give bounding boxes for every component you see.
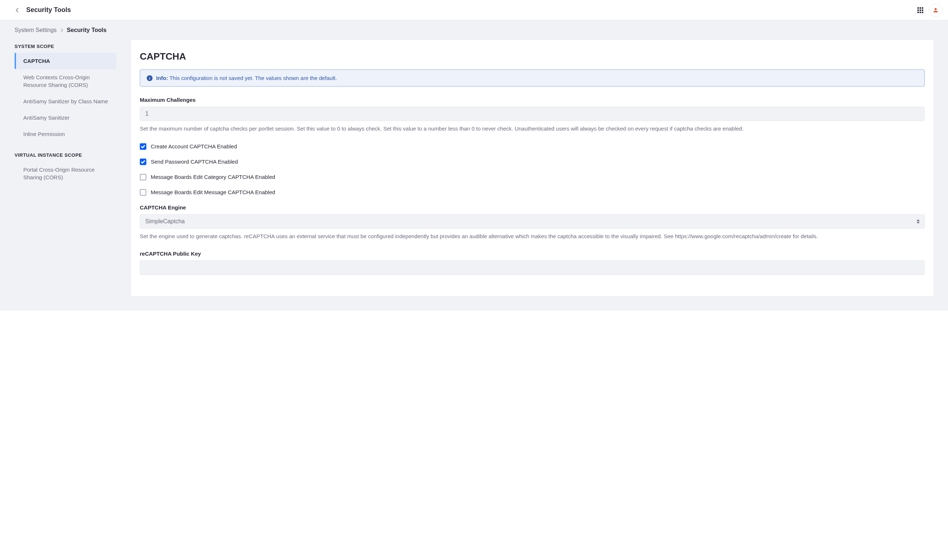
sidebar-group-virtual-instance: VIRTUAL INSTANCE SCOPE Portal Cross-Orig…	[15, 149, 116, 185]
checkbox-icon[interactable]	[140, 158, 146, 165]
checkbox-icon[interactable]	[140, 189, 146, 195]
recaptcha-public-input[interactable]	[140, 260, 925, 275]
checkbox-icon[interactable]	[140, 143, 146, 150]
engine-help: Set the engine used to generate captchas…	[140, 232, 925, 241]
field-recaptcha-public: reCAPTCHA Public Key	[140, 251, 925, 275]
sidebar: SYSTEM SCOPE CAPTCHA Web Contexts Cross-…	[15, 40, 116, 296]
checkbox-label[interactable]: Message Boards Edit Category CAPTCHA Ena…	[151, 174, 275, 180]
apps-grid-icon[interactable]	[917, 7, 923, 13]
alert-label: Info:	[156, 75, 168, 81]
main-title: CAPTCHA	[140, 51, 925, 62]
sidebar-item-antisamy-class[interactable]: AntiSamy Sanitizer by Class Name	[15, 93, 116, 109]
back-icon[interactable]	[15, 8, 20, 13]
sidebar-group-title: SYSTEM SCOPE	[15, 40, 116, 53]
header-right	[917, 4, 942, 17]
content-wrap: SYSTEM SCOPE CAPTCHA Web Contexts Cross-…	[0, 40, 948, 311]
breadcrumb-current: Security Tools	[67, 27, 107, 34]
user-avatar[interactable]	[929, 4, 942, 17]
alert-text: This configuration is not saved yet. The…	[169, 75, 337, 81]
field-max-challenges: Maximum Challenges Set the maximum numbe…	[140, 97, 925, 133]
max-challenges-help: Set the maximum number of captcha checks…	[140, 125, 925, 133]
checkbox-label[interactable]: Message Boards Edit Message CAPTCHA Enab…	[151, 189, 275, 195]
field-captcha-engine: CAPTCHA Engine SimpleCaptcha Set the eng…	[140, 205, 925, 241]
main-panel: CAPTCHA i Info: This configuration is no…	[131, 40, 933, 296]
info-icon: i	[147, 75, 153, 81]
checkbox-icon[interactable]	[140, 174, 146, 180]
max-challenges-label: Maximum Challenges	[140, 97, 925, 103]
sidebar-item-portal-cors[interactable]: Portal Cross-Origin Resource Sharing (CO…	[15, 162, 116, 185]
sidebar-item-antisamy[interactable]: AntiSamy Sanitizer	[15, 109, 116, 126]
sidebar-group-title: VIRTUAL INSTANCE SCOPE	[15, 149, 116, 162]
checkbox-create-account[interactable]: Create Account CAPTCHA Enabled	[140, 143, 925, 150]
breadcrumb: System Settings Security Tools	[0, 20, 948, 40]
engine-label: CAPTCHA Engine	[140, 205, 925, 211]
checkbox-mb-edit-category[interactable]: Message Boards Edit Category CAPTCHA Ena…	[140, 174, 925, 180]
sidebar-item-inline-permission[interactable]: Inline Permission	[15, 126, 116, 142]
breadcrumb-parent[interactable]: System Settings	[15, 27, 57, 34]
header: Security Tools	[0, 0, 948, 20]
recaptcha-public-label: reCAPTCHA Public Key	[140, 251, 925, 257]
checkbox-send-password[interactable]: Send Password CAPTCHA Enabled	[140, 158, 925, 165]
header-left: Security Tools	[15, 6, 71, 14]
sidebar-item-captcha[interactable]: CAPTCHA	[15, 53, 116, 69]
checkbox-group: Create Account CAPTCHA Enabled Send Pass…	[140, 143, 925, 195]
engine-select-wrap: SimpleCaptcha	[140, 214, 925, 229]
checkbox-mb-edit-message[interactable]: Message Boards Edit Message CAPTCHA Enab…	[140, 189, 925, 195]
sidebar-item-cors[interactable]: Web Contexts Cross-Origin Resource Shari…	[15, 69, 116, 93]
info-alert: i Info: This configuration is not saved …	[140, 69, 925, 86]
checkbox-label[interactable]: Send Password CAPTCHA Enabled	[151, 158, 238, 165]
chevron-right-icon	[60, 27, 63, 33]
engine-select[interactable]: SimpleCaptcha	[140, 214, 925, 229]
sidebar-group-system-scope: SYSTEM SCOPE CAPTCHA Web Contexts Cross-…	[15, 40, 116, 142]
checkbox-label[interactable]: Create Account CAPTCHA Enabled	[151, 143, 237, 149]
max-challenges-input[interactable]	[140, 106, 925, 121]
page-title: Security Tools	[26, 6, 71, 14]
below-header: System Settings Security Tools SYSTEM SC…	[0, 20, 948, 311]
